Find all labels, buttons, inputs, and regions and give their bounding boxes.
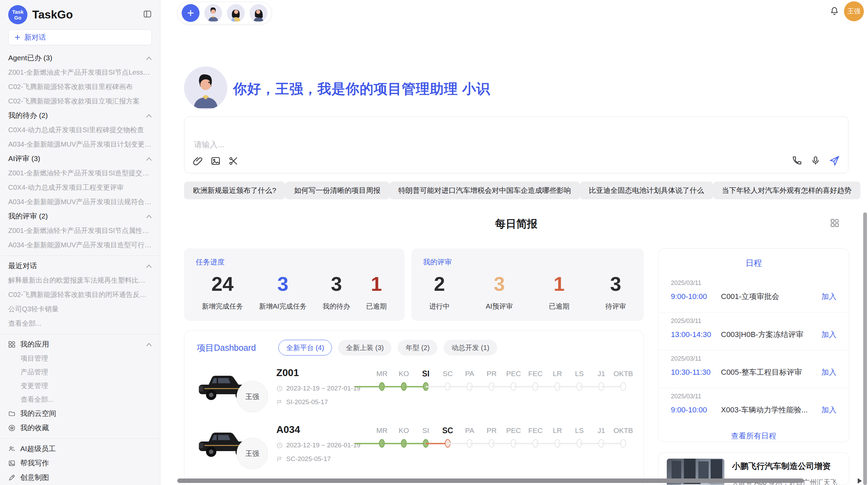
project-row[interactable]: 王强 A034 2023-12-19 ~ 2026-01-19 SC-2025-… <box>184 424 643 469</box>
image-icon[interactable] <box>210 156 221 167</box>
stat-pending-review: 3 待评审 <box>605 273 626 311</box>
milestone-label: FEC <box>525 425 546 436</box>
schedule-name: C003|H0B-方案冻结评审 <box>721 329 803 340</box>
schedule-date: 2025/03/11 <box>671 279 836 287</box>
schedule-time: 10:30-11:30 <box>671 368 721 377</box>
milestone-J1: J1 <box>590 369 612 392</box>
suggestion-chip[interactable]: 当下年轻人对汽车外观有怎样的喜好趋势 <box>713 182 860 199</box>
section-my-review[interactable]: 我的评审 (2) <box>8 209 152 223</box>
schedule-item[interactable]: 2025/03/11 10:30-11:30 C005-整车工程目标评审 加入 <box>659 350 849 388</box>
my-apps-row[interactable]: 我的应用 <box>8 337 152 351</box>
tab-new-platform[interactable]: 全新平台 (4) <box>278 340 332 356</box>
cloud-space-row[interactable]: 我的云空间 <box>8 406 152 421</box>
bell-icon[interactable] <box>830 6 839 17</box>
ai-staff-label: AI超级员工 <box>20 444 56 453</box>
schedule-name: C001-立项审批会 <box>721 291 779 302</box>
ai-staff-row[interactable]: AI超级员工 <box>8 442 152 456</box>
join-link[interactable]: 加入 <box>821 291 836 302</box>
section-ai-review[interactable]: AI评审 (3) <box>8 151 152 166</box>
task-item[interactable]: Z001-全新燃油皮卡产品开发项目SI节点Lesson Learn报告 <box>8 65 152 79</box>
schedule-item[interactable]: 2025/03/11 9:00-10:00 X003-车辆动力学性能验... 加… <box>659 388 849 425</box>
help-write-row[interactable]: 帮我写作 <box>8 456 152 470</box>
milestone-dot <box>620 439 626 448</box>
task-item[interactable]: Z001-全新燃油轻卡产品开发项目SI节点属性5D文件评审 <box>8 223 152 238</box>
suggestion-chip[interactable]: 比亚迪全固态电池计划具体说了什么 <box>580 182 713 199</box>
avatar[interactable] <box>250 4 267 22</box>
milestone-label: PR <box>481 369 503 379</box>
scroll-right-arrow[interactable] <box>858 478 862 484</box>
suggestion-chip[interactable]: 如何写一份清晰的项目周报 <box>285 182 389 199</box>
stat-label: 已逾期 <box>366 302 387 311</box>
join-link[interactable]: 加入 <box>821 329 836 340</box>
section-title: 我的评审 (2) <box>8 211 48 221</box>
chevron-up-icon[interactable] <box>146 212 152 220</box>
section-agent-done[interactable]: Agent已办 (3) <box>8 51 152 65</box>
folder-icon <box>8 410 15 417</box>
schedule-item[interactable]: 2025/03/11 13:00-14:30 C003|H0B-方案冻结评审 加… <box>659 312 849 350</box>
apps-view-all[interactable]: 查看全部... <box>8 393 152 406</box>
recent-chat-item[interactable]: 解释最新出台的欧盟报废车法规再生塑料比例被调至15%... <box>8 273 152 287</box>
schedule-item[interactable]: 2025/03/11 9:00-10:00 C001-立项审批会 加入 <box>659 275 849 312</box>
divider <box>0 256 160 256</box>
tab-year-model[interactable]: 年型 (2) <box>398 340 437 356</box>
phone-icon[interactable] <box>792 156 802 167</box>
schedule-time: 9:00-10:00 <box>671 406 721 414</box>
task-item[interactable]: Z001-全新燃油轻卡产品开发项目SI造型提交物评审 <box>8 166 152 180</box>
task-item[interactable]: A034-全新新能源MUV产品开发项目造型可行性评审 <box>8 238 152 252</box>
paperclip-icon[interactable] <box>193 156 203 167</box>
pen-icon <box>8 474 15 481</box>
task-item[interactable]: A034-全新新能源MUV产品开发项目计划变更表编写 <box>8 137 152 151</box>
schedule-time: 9:00-10:00 <box>671 292 721 301</box>
app-grid-icon[interactable] <box>830 218 840 229</box>
milestone-SI: SI <box>415 369 437 392</box>
task-item[interactable]: C02-飞腾新能源轻客改款项目里程碑画布 <box>8 79 152 94</box>
milestone-OKTB: OKTB <box>612 425 634 449</box>
task-item[interactable]: C0X4-动力总成开发项目工程变更评审 <box>8 180 152 195</box>
add-contact-button[interactable] <box>182 4 200 22</box>
milestone-FEC: FEC <box>525 369 546 392</box>
chevron-up-icon[interactable] <box>146 154 152 163</box>
chevron-up-icon[interactable] <box>146 111 152 120</box>
avatar[interactable] <box>204 4 222 22</box>
view-all-schedule-link[interactable]: 查看所有日程 <box>659 431 849 441</box>
creative-draw-row[interactable]: 创意制图 <box>8 470 152 485</box>
app-item-change-mgmt[interactable]: 变更管理 <box>8 379 152 393</box>
task-item[interactable]: C0X4-动力总成开发项目SI里程碑提交物检查 <box>8 123 152 137</box>
microphone-icon[interactable] <box>810 156 821 167</box>
new-chat-button[interactable]: 新对话 <box>8 29 152 45</box>
sidebar-collapse-icon[interactable] <box>143 10 152 20</box>
project-row[interactable]: 王强 Z001 2023-12-19 ~ 2027-01-19 SI-2025-… <box>184 367 643 412</box>
chevron-up-icon[interactable] <box>146 262 152 270</box>
join-link[interactable]: 加入 <box>821 367 836 377</box>
user-avatar[interactable]: 王强 <box>844 1 864 21</box>
section-recent-chats[interactable]: 最近对话 <box>8 259 152 273</box>
chat-input-box[interactable]: 请输入... <box>184 116 848 173</box>
task-item[interactable]: A034-全新新能源MUV产品开发项目法规符合性评审 <box>8 195 152 209</box>
recent-chat-item[interactable]: C02-飞腾新能源轻客改款项目的闭环通告反馈情况 <box>8 287 152 302</box>
vertical-scrollbar[interactable] <box>863 212 867 485</box>
tab-new-body[interactable]: 全新上装 (3) <box>338 340 391 356</box>
stat-label: 新增AI完成任务 <box>259 302 307 311</box>
tab-powertrain[interactable]: 动总开发 (1) <box>444 340 497 356</box>
favorites-row[interactable]: 我的收藏 <box>8 421 152 435</box>
section-my-todo[interactable]: 我的待办 (2) <box>8 108 152 123</box>
horizontal-scrollbar[interactable] <box>177 478 804 483</box>
recent-chat-item[interactable]: 公司Q3轻卡销量 <box>8 302 152 316</box>
send-icon[interactable] <box>829 155 840 167</box>
task-item[interactable]: C02-飞腾新能源轻客改款项目立项汇报方案 <box>8 94 152 108</box>
app-item-project-mgmt[interactable]: 项目管理 <box>8 351 152 365</box>
project-dates: 2023-12-19 ~ 2027-01-19 <box>286 385 360 392</box>
suggestion-chip[interactable]: 欧洲新规最近颁布了什么? <box>184 182 285 199</box>
scissors-icon[interactable] <box>228 156 239 167</box>
milestone-PEC: PEC <box>503 425 525 449</box>
chevron-up-icon[interactable] <box>146 54 152 62</box>
milestone-label: PA <box>459 369 481 379</box>
section-title: Agent已办 (3) <box>8 53 52 63</box>
suggestion-chip[interactable]: 特朗普可能对进口汽车增税会对中国车企造成哪些影响 <box>389 182 580 199</box>
chevron-up-icon[interactable] <box>146 340 152 348</box>
recent-view-all[interactable]: 查看全部... <box>8 316 152 331</box>
join-link[interactable]: 加入 <box>821 405 836 415</box>
avatar[interactable] <box>227 4 245 22</box>
app-item-product-mgmt[interactable]: 产品管理 <box>8 365 152 379</box>
schedule-name: C005-整车工程目标评审 <box>721 367 802 377</box>
